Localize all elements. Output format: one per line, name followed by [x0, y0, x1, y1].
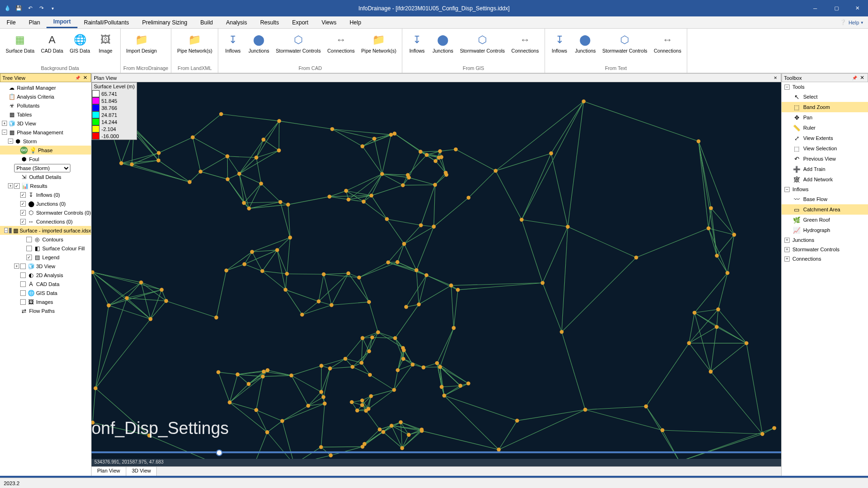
ribbon-surface-data[interactable]: ▦Surface Data [3, 31, 37, 56]
checkbox[interactable] [20, 219, 26, 225]
checkbox[interactable] [20, 263, 26, 269]
ribbon-inflows[interactable]: ↧Inflows [221, 31, 245, 56]
tool-previous-view[interactable]: ↶Previous View [782, 154, 868, 164]
checkbox[interactable] [20, 192, 26, 198]
tree-item[interactable]: GO💡Phase [0, 146, 91, 155]
tool-add-network[interactable]: 🕸Add Network [782, 174, 868, 185]
tree-item[interactable]: +🧊3D View [0, 262, 91, 271]
close-icon[interactable]: ✕ [859, 75, 866, 81]
checkbox[interactable] [20, 290, 26, 296]
expand-icon[interactable]: + [784, 247, 790, 252]
ribbon-connections[interactable]: ↔Connections [508, 31, 541, 56]
pin-icon[interactable]: 📌 [851, 76, 859, 80]
phase-select[interactable]: Phase (Storm) [14, 164, 70, 172]
ribbon-connections[interactable]: ↔Connections [324, 31, 357, 56]
tree-item[interactable]: ▤Legend [0, 253, 91, 262]
expand-icon[interactable]: − [784, 85, 790, 90]
close-button[interactable]: ✕ [847, 1, 868, 15]
ribbon-junctions[interactable]: ⬤Junctions [572, 31, 599, 56]
menu-help[interactable]: Help [343, 16, 368, 28]
tree-item[interactable]: 🌐GIS Data [0, 288, 91, 297]
close-icon[interactable]: ✕ [772, 76, 779, 80]
tree-item[interactable]: +🧊3D View [0, 119, 91, 128]
timeline-thumb[interactable] [216, 449, 223, 456]
ribbon-junctions[interactable]: ⬤Junctions [430, 31, 456, 56]
menu-analysis[interactable]: Analysis [220, 16, 254, 28]
menu-build[interactable]: Build [194, 16, 220, 28]
expand-icon[interactable]: + [2, 121, 7, 126]
tab-plan-view[interactable]: Plan View [92, 467, 126, 476]
tree-item[interactable]: 📋Analysis Criteria [0, 92, 91, 101]
expand-icon[interactable]: + [14, 263, 19, 269]
qat-dropdown-icon[interactable]: ▾ [49, 5, 56, 12]
tree-item[interactable]: ☣Pollutants [0, 101, 91, 110]
menu-import[interactable]: Import [46, 16, 77, 28]
tool-view-selection[interactable]: ⬚View Selection [782, 143, 868, 154]
menu-export[interactable]: Export [285, 16, 315, 28]
ribbon-pipe-network-s-[interactable]: 📁Pipe Network(s) [174, 31, 215, 56]
tree-item[interactable]: Phase (Storm) [0, 163, 91, 172]
toolbox-section-inflows[interactable]: −Inflows [782, 185, 868, 194]
expand-icon[interactable]: − [8, 139, 13, 144]
checkbox[interactable] [20, 201, 26, 207]
ribbon-image[interactable]: 🖼Image [94, 31, 117, 56]
tree-body[interactable]: ☁Rainfall Manager📋Analysis Criteria☣Poll… [0, 82, 91, 476]
menu-results[interactable]: Results [253, 16, 285, 28]
tree-item[interactable]: ⬡Stormwater Controls (0) [0, 208, 91, 217]
tool-band-zoom[interactable]: ⬚Band Zoom [782, 102, 868, 112]
tree-item[interactable]: ⇲Outfall Details [0, 172, 91, 181]
timeline-slider[interactable] [92, 451, 781, 453]
ribbon-stormwater-controls[interactable]: ⬡Stormwater Controls [457, 31, 508, 56]
ribbon-junctions[interactable]: ⬤Junctions [246, 31, 272, 56]
toolbox-section-junctions[interactable]: +Junctions [782, 235, 868, 245]
redo-icon[interactable]: ↷ [38, 5, 45, 12]
tree-item[interactable]: 🖼Images [0, 297, 91, 306]
tree-item[interactable]: ☁Rainfall Manager [0, 83, 91, 92]
expand-icon[interactable]: + [784, 238, 790, 243]
checkbox[interactable] [20, 299, 26, 305]
checkbox[interactable] [14, 183, 20, 189]
tree-item[interactable]: +📊Results [0, 181, 91, 190]
tree-item[interactable]: ⇄Flow Paths [0, 306, 91, 315]
plan-view-canvas[interactable]: Surface Level (m) 65.74151.84538.76624.8… [92, 82, 781, 466]
tool-view-extents[interactable]: ⤢View Extents [782, 133, 868, 143]
tree-item[interactable]: −⬢Storm [0, 137, 91, 146]
ribbon-pipe-network-s-[interactable]: 📁Pipe Network(s) [359, 31, 399, 56]
ribbon-cad-data[interactable]: ACAD Data [38, 31, 66, 56]
expand-icon[interactable]: − [784, 187, 790, 192]
tool-base-flow[interactable]: 〰Base Flow [782, 194, 868, 204]
menu-views[interactable]: Views [315, 16, 343, 28]
expand-icon[interactable]: − [2, 130, 7, 135]
tool-green-roof[interactable]: 🌿Green Roof [782, 215, 868, 225]
tree-item[interactable]: −▦Phase Management [0, 128, 91, 137]
ribbon-inflows[interactable]: ↧Inflows [548, 31, 571, 56]
menu-plan[interactable]: Plan [22, 16, 46, 28]
checkbox[interactable] [26, 255, 32, 260]
menu-rainfallpollutants[interactable]: Rainfall/Pollutants [77, 16, 136, 28]
tree-item[interactable]: ⬢Foul [0, 155, 91, 163]
tool-hydrograph[interactable]: 📈Hydrograph [782, 225, 868, 235]
toolbox-section-stormwater-controls[interactable]: +Stormwater Controls [782, 245, 868, 254]
tool-catchment-area[interactable]: ▭Catchment Area [782, 204, 868, 215]
ribbon-inflows[interactable]: ↧Inflows [405, 31, 429, 56]
undo-icon[interactable]: ↶ [26, 5, 34, 12]
checkbox[interactable] [26, 237, 32, 242]
tab--d-view[interactable]: 3D View [126, 467, 157, 476]
ribbon-connections[interactable]: ↔Connections [651, 31, 684, 56]
tree-item[interactable]: ◐2D Analysis [0, 271, 91, 279]
close-icon[interactable]: ✕ [82, 75, 89, 81]
tree-item[interactable]: ACAD Data [0, 279, 91, 288]
checkbox[interactable] [26, 246, 32, 251]
tree-item[interactable]: ⬤Junctions (0) [0, 199, 91, 208]
menu-preliminarysizing[interactable]: Preliminary Sizing [136, 16, 194, 28]
tree-item[interactable]: ↧Inflows (0) [0, 190, 91, 199]
tree-item[interactable]: ◎Contours [0, 235, 91, 244]
tree-item[interactable]: ◧Surface Colour Fill [0, 244, 91, 253]
tree-item[interactable]: ↔Connections (0) [0, 217, 91, 226]
ribbon-stormwater-controls[interactable]: ⬡Stormwater Controls [273, 31, 324, 56]
checkbox[interactable] [20, 281, 26, 287]
ribbon-gis-data[interactable]: 🌐GIS Data [67, 31, 93, 56]
tool-ruler[interactable]: 📏Ruler [782, 123, 868, 133]
tree-item[interactable]: −▦Surface - imported surface.idsx [0, 226, 91, 235]
expand-icon[interactable]: + [784, 256, 790, 262]
